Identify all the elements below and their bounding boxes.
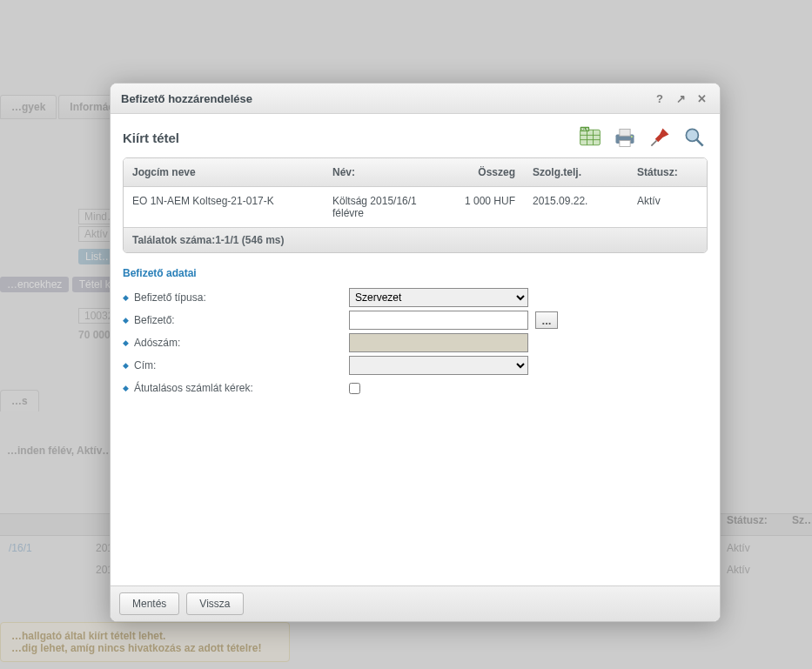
- bg-tab: …gyek: [0, 95, 57, 119]
- modal-title-text: Befizető hozzárendelése: [121, 92, 252, 105]
- svg-line-11: [651, 141, 656, 146]
- save-button[interactable]: Mentés: [119, 592, 179, 615]
- cell-jogcim: EO 1N-AEM Koltseg-21-017-K: [124, 187, 324, 227]
- popout-icon[interactable]: ↗: [673, 90, 688, 106]
- bg-cell: Aktív: [727, 564, 779, 576]
- label-tax: Adószám:: [134, 337, 180, 349]
- items-table: Jogcím neve Név: Összeg Szolg.telj. Stát…: [123, 157, 708, 253]
- label-transfer: Átutalásos számlát kérek:: [134, 382, 253, 394]
- svg-line-13: [697, 140, 703, 146]
- table-row[interactable]: EO 1N-AEM Koltseg-21-017-K Költság 2015/…: [124, 187, 707, 227]
- modal-footer: Mentés Vissza: [111, 585, 720, 621]
- payer-data-heading: Befizető adatai: [123, 267, 708, 279]
- address-select[interactable]: [349, 356, 528, 375]
- tax-number-input: [349, 333, 528, 352]
- cell-nev: Költság 2015/16/1 félévre: [324, 187, 428, 227]
- svg-rect-8: [620, 129, 630, 136]
- section-heading-row: Kiírt tétel XLS: [123, 124, 708, 151]
- payer-assignment-modal: Befizető hozzárendelése ? ↗ ✕ Kiírt téte…: [110, 83, 721, 622]
- payer-type-select[interactable]: Szervezet: [349, 288, 528, 307]
- svg-rect-0: [580, 130, 601, 145]
- bg-warning: …hallgató által kiírt tételt lehet. …dig…: [0, 622, 290, 662]
- bg-warning-line: …dig lehet, amíg nincs hivatkozás az ado…: [11, 642, 278, 654]
- pin-icon[interactable]: [647, 124, 673, 151]
- svg-rect-9: [620, 141, 630, 147]
- payer-form: ◆Befizető típusa: Szervezet ◆Befizető: .…: [123, 286, 708, 399]
- cell-status: Aktív: [628, 187, 707, 227]
- export-xls-icon[interactable]: XLS: [577, 124, 603, 151]
- bg-subtab: …s: [0, 390, 39, 411]
- th-szolgtelj: Szolg.telj.: [524, 158, 628, 186]
- print-icon[interactable]: [612, 124, 638, 151]
- th-osszeg: Összeg: [428, 158, 524, 186]
- bg-th-status: Státusz:: [727, 514, 779, 526]
- cell-szolgtelj: 2015.09.22.: [524, 187, 628, 227]
- close-icon[interactable]: ✕: [694, 90, 709, 106]
- transfer-invoice-checkbox[interactable]: [349, 383, 360, 394]
- th-status: Státusz:: [628, 158, 707, 186]
- bg-th-sz: Sz…: [792, 514, 812, 526]
- help-icon[interactable]: ?: [652, 90, 668, 106]
- svg-point-10: [631, 136, 633, 137]
- modal-titlebar: Befizető hozzárendelése ? ↗ ✕: [111, 84, 720, 114]
- payer-lookup-button[interactable]: ...: [535, 311, 558, 329]
- section-heading: Kiírt tétel: [123, 130, 179, 145]
- table-header-row: Jogcím neve Név: Összeg Szolg.telj. Stát…: [124, 158, 707, 187]
- table-footer: Találatok száma:1-1/1 (546 ms): [124, 227, 707, 252]
- label-payer-type: Befizető típusa:: [134, 291, 206, 304]
- th-nev: Név:: [324, 158, 428, 186]
- cell-osszeg: 1 000 HUF: [428, 187, 524, 227]
- search-icon[interactable]: [681, 124, 708, 151]
- bg-pill: …encekhez: [0, 277, 69, 292]
- bg-cell: Aktív: [727, 542, 779, 554]
- th-jogcim: Jogcím neve: [124, 158, 324, 186]
- label-addr: Cím:: [134, 359, 156, 371]
- bg-warning-line: …hallgató által kiírt tételt lehet.: [11, 630, 278, 642]
- back-button[interactable]: Vissza: [186, 592, 243, 615]
- payer-input[interactable]: [349, 311, 528, 330]
- label-payer: Befizető:: [134, 314, 175, 326]
- svg-point-12: [686, 129, 698, 141]
